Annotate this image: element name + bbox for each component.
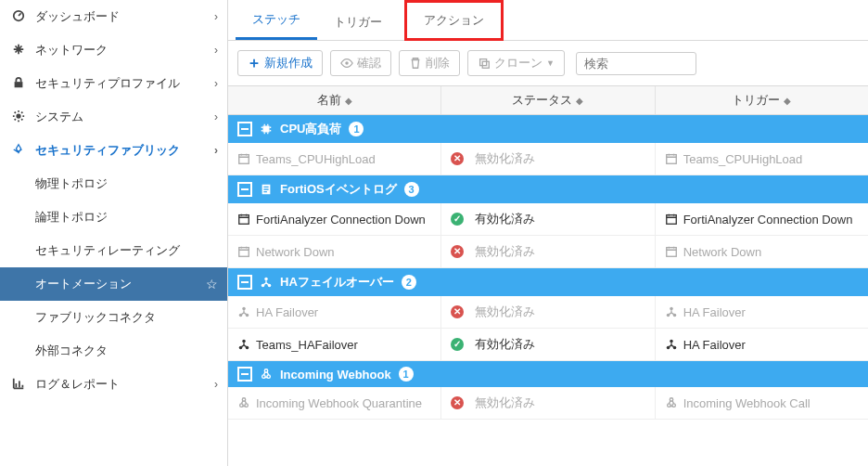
log-icon [260, 183, 273, 196]
group-title: CPU高負荷 [280, 121, 341, 137]
table-body: CPU高負荷 1 Teams_CPUHighLoad 無効化済み Teams_C… [228, 115, 868, 466]
collapse-icon[interactable] [237, 122, 252, 136]
table-row[interactable]: Teams_HAFailover 有効化済み HA Failover [228, 329, 868, 361]
sidebar-subitem[interactable]: ファブリックコネクタ [0, 301, 227, 334]
row-name: Teams_CPUHighLoad [256, 152, 376, 166]
table-header: 名前◆ ステータス◆ トリガー◆ [228, 86, 868, 115]
sidebar-item-label: 外部コネクタ [35, 343, 218, 359]
cell-name: Teams_HAFailover [228, 329, 441, 360]
status-badge [451, 245, 477, 258]
sidebar-item[interactable]: システム › [0, 100, 227, 134]
table-row[interactable]: Teams_CPUHighLoad 無効化済み Teams_CPUHighLoa… [228, 143, 868, 175]
sidebar-subitem[interactable]: セキュリティレーティング [0, 234, 227, 267]
column-trigger[interactable]: トリガー◆ [656, 86, 868, 114]
dashboard-icon [9, 9, 28, 25]
sidebar-item[interactable]: セキュリティプロファイル › [0, 67, 227, 100]
ha-icon [665, 305, 678, 318]
cell-name: Teams_CPUHighLoad [228, 143, 441, 175]
caret-down-icon: ▼ [546, 58, 555, 68]
sidebar-subitem[interactable]: 外部コネクタ [0, 334, 227, 368]
webhook-icon [260, 368, 273, 381]
cell-trigger: FortiAnalyzer Connection Down [656, 203, 868, 235]
cell-name: Network Down [228, 236, 441, 267]
table-row[interactable]: FortiAnalyzer Connection Down 有効化済み Fort… [228, 203, 868, 236]
chevron-right-icon: › [214, 77, 218, 90]
calendar-icon [665, 213, 678, 226]
cell-trigger: HA Failover [656, 296, 868, 328]
sidebar-item-label: セキュリティファブリック [35, 142, 214, 159]
sidebar-item[interactable]: ネットワーク › [0, 33, 227, 67]
lock-icon [9, 76, 28, 92]
group-title: Incoming Webhook [280, 368, 391, 382]
sidebar-subitem[interactable]: 物理トポロジ [0, 167, 227, 201]
table-row[interactable]: HA Failover 無効化済み HA Failover [228, 296, 868, 329]
sidebar-subitem[interactable]: オートメーション☆ [0, 267, 227, 301]
collapse-icon[interactable] [237, 182, 252, 197]
cell-trigger: Incoming Webhook Call [656, 387, 868, 419]
status-text: 無効化済み [475, 395, 535, 411]
tab-stitch[interactable]: ステッチ [236, 2, 317, 40]
group-title: HAフェイルオーバー [280, 274, 394, 291]
group-header[interactable]: Incoming Webhook 1 [228, 361, 868, 387]
cell-trigger: HA Failover [656, 329, 868, 360]
row-trigger: HA Failover [683, 305, 746, 319]
tabs: ステッチ トリガー アクション [228, 0, 868, 41]
chevron-right-icon: › [214, 44, 218, 57]
chart-icon [9, 377, 28, 393]
sidebar: ダッシュボード › ネットワーク › セキュリティプロファイル › システム ›… [0, 0, 228, 466]
column-status[interactable]: ステータス◆ [441, 86, 655, 114]
tab-action[interactable]: アクション [404, 0, 504, 41]
group-count: 3 [404, 182, 419, 197]
status-badge [451, 338, 477, 351]
search-box [576, 52, 696, 75]
table-row[interactable]: Network Down 無効化済み Network Down [228, 236, 868, 268]
create-label: 新規作成 [264, 55, 313, 71]
star-icon[interactable]: ☆ [206, 277, 218, 291]
sidebar-item-label: 論理トポロジ [35, 209, 218, 226]
sidebar-item-label: ログ＆レポート [35, 376, 214, 393]
calendar-icon [665, 245, 678, 258]
sidebar-item-log-report[interactable]: ログ＆レポート › [0, 368, 227, 401]
webhook-icon [237, 396, 250, 409]
sidebar-item[interactable]: ダッシュボード › [0, 0, 227, 33]
chevron-right-icon: › [214, 144, 218, 157]
trash-icon [409, 57, 422, 70]
row-name: Teams_HAFailover [256, 338, 358, 352]
search-input[interactable] [576, 52, 696, 75]
plus-icon [248, 57, 261, 70]
delete-label: 削除 [426, 55, 450, 71]
gear-icon [9, 110, 28, 125]
clone-label: クローン [494, 55, 542, 71]
ha-icon [237, 305, 250, 318]
cell-trigger: Teams_CPUHighLoad [656, 143, 868, 175]
group-header[interactable]: HAフェイルオーバー 2 [228, 268, 868, 296]
status-text: 無効化済み [475, 304, 535, 320]
sidebar-item-label: ダッシュボード [35, 8, 214, 25]
network-icon [9, 43, 28, 58]
sidebar-item-label: ネットワーク [35, 42, 214, 58]
clone-button[interactable]: クローン ▼ [467, 50, 565, 76]
group-header[interactable]: CPU高負荷 1 [228, 115, 868, 143]
ha-icon [237, 338, 250, 351]
status-text: 無効化済み [475, 150, 535, 167]
cpu-icon [260, 123, 273, 136]
sidebar-item-label: システム [35, 109, 214, 125]
row-name: HA Failover [256, 305, 318, 319]
sidebar-item-label: ファブリックコネクタ [35, 309, 218, 326]
sidebar-subitem[interactable]: 論理トポロジ [0, 201, 227, 234]
collapse-icon[interactable] [237, 367, 252, 382]
confirm-button[interactable]: 確認 [330, 50, 391, 76]
cell-status: 有効化済み [441, 329, 655, 360]
tab-trigger[interactable]: トリガー [317, 5, 399, 40]
chevron-right-icon: › [214, 110, 218, 123]
clone-icon [478, 57, 491, 70]
create-button[interactable]: 新規作成 [237, 50, 323, 76]
row-trigger: Teams_CPUHighLoad [683, 152, 803, 166]
group-header[interactable]: FortiOSイベントログ 3 [228, 175, 868, 203]
collapse-icon[interactable] [237, 275, 252, 290]
column-name[interactable]: 名前◆ [228, 86, 441, 114]
sidebar-item[interactable]: セキュリティファブリック › [0, 134, 227, 167]
group-count: 2 [402, 275, 416, 290]
delete-button[interactable]: 削除 [399, 50, 460, 76]
table-row[interactable]: Incoming Webhook Quarantine 無効化済み Incomi… [228, 387, 868, 420]
